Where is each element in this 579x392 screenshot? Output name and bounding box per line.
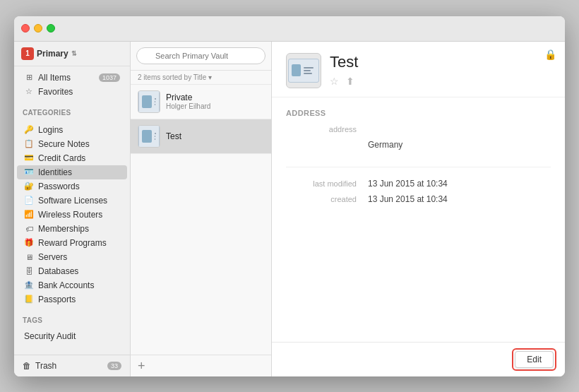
- address-group: Address address Germany: [286, 109, 551, 153]
- id-card-line-1: [155, 98, 156, 100]
- detail-avatar: [286, 53, 321, 88]
- tags-header: Tags: [14, 311, 130, 326]
- main-window: 1 Primary ⇅ ⊞ All Items 1037 ☆ Favorites…: [14, 16, 565, 376]
- sidebar-item-databases[interactable]: 🗄 Databases: [17, 264, 127, 278]
- detail-avatar-lines: [304, 67, 316, 74]
- detail-title-area: Test ☆ ⬆: [330, 53, 551, 87]
- item-info-test: Test: [166, 131, 264, 141]
- passports-label: Passports: [38, 295, 120, 304]
- sidebar-item-favorites[interactable]: ☆ Favorites: [17, 85, 127, 99]
- memberships-label: Memberships: [38, 224, 120, 234]
- sidebar-item-logins[interactable]: 🔑 Logins: [17, 123, 127, 137]
- main-content: 1 Primary ⇅ ⊞ All Items 1037 ☆ Favorites…: [14, 42, 565, 376]
- detail-avatar-line-1: [304, 67, 314, 69]
- wireless-routers-label: Wireless Routers: [38, 210, 120, 220]
- software-licenses-label: Software Licenses: [38, 196, 120, 206]
- databases-label: Databases: [38, 266, 120, 276]
- all-items-label: All Items: [38, 73, 95, 83]
- favorite-icon[interactable]: ☆: [330, 76, 339, 87]
- sidebar-item-all-items[interactable]: ⊞ All Items 1037: [17, 71, 127, 85]
- sidebar-item-memberships[interactable]: 🏷 Memberships: [17, 222, 127, 236]
- titlebar: [14, 16, 565, 42]
- categories-header: Categories: [14, 103, 130, 119]
- list-items: Private Holger Eilhard: [131, 85, 271, 355]
- vault-icon: 1: [21, 47, 34, 60]
- identities-icon: 🪪: [24, 167, 34, 177]
- list-item-private[interactable]: Private Holger Eilhard: [131, 85, 271, 119]
- minimize-button[interactable]: [34, 24, 42, 32]
- address-section-title: Address: [286, 109, 551, 117]
- created-label: created: [286, 194, 357, 204]
- edit-button-highlight: Edit: [512, 348, 556, 371]
- id-card-line-2: [155, 101, 155, 102]
- item-subtitle-private: Holger Eilhard: [166, 102, 264, 110]
- logins-label: Logins: [38, 125, 120, 135]
- last-modified-row: last modified 13 Jun 2015 at 10:34: [286, 176, 551, 191]
- vault-selector[interactable]: 1 Primary ⇅: [21, 47, 77, 60]
- wireless-routers-icon: 📶: [24, 210, 34, 220]
- last-modified-label: last modified: [286, 179, 357, 189]
- detail-avatar-line-3: [304, 73, 312, 74]
- sidebar-item-credit-cards[interactable]: 💳 Credit Cards: [17, 151, 127, 165]
- item-thumb-private: [138, 90, 160, 113]
- item-title-private: Private: [166, 93, 264, 102]
- sidebar-item-servers[interactable]: 🖥 Servers: [17, 250, 127, 264]
- search-wrapper: 🔍: [136, 47, 265, 64]
- sidebar-item-secure-notes[interactable]: 📋 Secure Notes: [17, 137, 127, 151]
- sidebar-item-wireless-routers[interactable]: 📶 Wireless Routers: [17, 208, 127, 222]
- item-title-test: Test: [166, 131, 264, 141]
- bank-accounts-icon: 🏦: [24, 280, 34, 290]
- reward-programs-label: Reward Programs: [38, 238, 120, 248]
- software-licenses-icon: 📄: [24, 196, 34, 206]
- address-row: address: [286, 121, 551, 137]
- passwords-icon: 🔐: [24, 182, 34, 191]
- address-label: address: [286, 124, 357, 134]
- add-item-button[interactable]: +: [138, 360, 145, 372]
- maximize-button[interactable]: [47, 24, 55, 32]
- meta-section: last modified 13 Jun 2015 at 10:34 creat…: [286, 167, 551, 207]
- sidebar-item-passports[interactable]: 📒 Passports: [17, 292, 127, 307]
- close-button[interactable]: [21, 24, 30, 32]
- item-info-private: Private Holger Eilhard: [166, 93, 264, 110]
- credit-cards-icon: 💳: [24, 153, 34, 163]
- item-thumb-test: [138, 125, 160, 148]
- sort-label: 2 items sorted by Title ▾: [138, 73, 212, 81]
- share-icon[interactable]: ⬆: [346, 76, 354, 87]
- detail-avatar-icon: [288, 59, 319, 83]
- search-input[interactable]: [136, 47, 265, 64]
- servers-icon: 🖥: [24, 252, 34, 262]
- sort-bar[interactable]: 2 items sorted by Title ▾: [131, 71, 271, 85]
- detail-header: Test ☆ ⬆: [272, 42, 565, 97]
- sidebar-item-software-licenses[interactable]: 📄 Software Licenses: [17, 194, 127, 208]
- bank-accounts-label: Bank Accounts: [38, 280, 120, 290]
- list-item-test[interactable]: Test: [131, 119, 271, 154]
- security-audit-label: Security Audit: [24, 331, 120, 341]
- vault-name: Primary: [37, 49, 68, 59]
- search-container: 🔍: [131, 42, 271, 71]
- all-items-icon: ⊞: [24, 73, 34, 83]
- favorites-icon: ☆: [24, 87, 34, 97]
- edit-button[interactable]: Edit: [515, 351, 554, 368]
- sidebar-item-identities[interactable]: 🪪 Identities: [17, 165, 127, 179]
- id-card-icon-private: [138, 90, 160, 113]
- sidebar-item-passwords[interactable]: 🔐 Passwords: [17, 179, 127, 194]
- secure-notes-label: Secure Notes: [38, 139, 120, 149]
- reward-programs-icon: 🎁: [24, 238, 34, 248]
- sidebar-item-bank-accounts[interactable]: 🏦 Bank Accounts: [17, 278, 127, 292]
- detail-title: Test: [330, 53, 551, 71]
- list-panel: 🔍 2 items sorted by Title ▾: [131, 42, 272, 376]
- id-card-line-3: [155, 104, 155, 105]
- sidebar-trash[interactable]: 🗑 Trash 33: [14, 355, 130, 376]
- country-row: Germany: [286, 137, 551, 153]
- databases-icon: 🗄: [24, 266, 34, 276]
- list-footer: +: [131, 355, 271, 376]
- id-card-icon-test: [138, 125, 160, 148]
- sidebar-item-reward-programs[interactable]: 🎁 Reward Programs: [17, 236, 127, 250]
- detail-content: Address address Germany last modified 13…: [272, 97, 565, 342]
- lock-icon[interactable]: 🔒: [544, 49, 556, 60]
- id-card-photo: [142, 95, 152, 108]
- traffic-lights: [21, 24, 55, 32]
- identities-label: Identities: [38, 167, 120, 177]
- sidebar-item-security-audit[interactable]: Security Audit: [17, 329, 127, 343]
- categories-section: 🔑 Logins 📋 Secure Notes 💳 Credit Cards 🪪…: [14, 119, 130, 311]
